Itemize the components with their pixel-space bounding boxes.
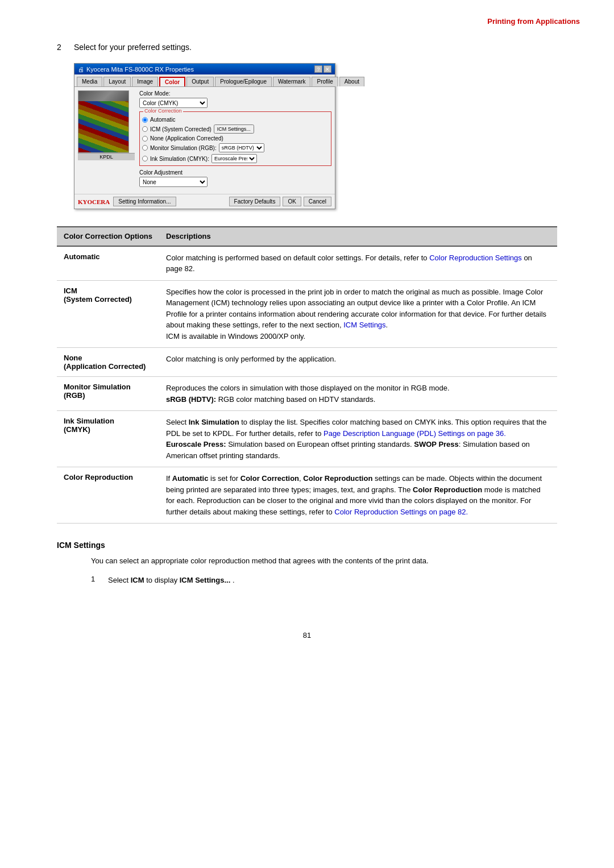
step-number-2: 2 [57, 43, 65, 52]
color-adjustment-label: Color Adjustment [139, 169, 331, 176]
cancel-button[interactable]: Cancel [304, 197, 331, 206]
radio-monitor: Monitor Simulation (RGB): sRGB (HDTV) [142, 143, 329, 152]
icm-settings-button[interactable]: ICM Settings... [214, 124, 254, 134]
kyocera-logo: KYOCERA [78, 198, 110, 205]
table-row: Monitor Simulation(RGB) Reproduces the c… [57, 377, 557, 411]
option-monitor-simulation: Monitor Simulation(RGB) [57, 377, 159, 411]
table-row: Automatic Color matching is performed ba… [57, 246, 557, 281]
dialog-titlebar-buttons: ? ✕ [314, 65, 331, 73]
radio-none: None (Application Corrected) [142, 135, 329, 142]
page-number: 81 [0, 631, 614, 651]
step-2-instruction: 2 Select for your preferred settings. [57, 43, 557, 52]
color-correction-options-table: Color Correction Options Descriptions Au… [57, 226, 557, 524]
radio-icm-input[interactable] [142, 126, 148, 132]
dialog-title-text: Kyocera Mita FS-8000C RX Properties [86, 66, 194, 73]
image-label: KPDL [78, 153, 135, 160]
dialog-right-panel: Color Mode: Color (CMYK) Color Correctio… [139, 90, 331, 190]
link-icm-settings[interactable]: ICM Settings [343, 321, 385, 329]
table-header-description: Descriptions [159, 227, 557, 246]
tab-media[interactable]: Media [77, 77, 102, 86]
icm-step-1-text: Select ICM to display ICM Settings... . [108, 575, 235, 586]
monitor-simulation-select[interactable]: sRGB (HDTV) [219, 143, 264, 152]
option-ink-simulation: Ink Simulation(CMYK) [57, 411, 159, 467]
printer-properties-dialog: 🖨 Kyocera Mita FS-8000C RX Properties ? … [74, 63, 335, 209]
setting-information-button[interactable]: Setting Information... [113, 197, 176, 206]
footer-buttons: Factory Defaults OK Cancel [229, 197, 331, 206]
color-correction-title: Color Correction [143, 108, 183, 114]
dialog-screenshot-container: 🖨 Kyocera Mita FS-8000C RX Properties ? … [74, 63, 557, 209]
table-row: Color Reproduction If Automatic is set f… [57, 467, 557, 524]
help-button[interactable]: ? [314, 65, 322, 73]
tab-about[interactable]: About [339, 77, 364, 86]
icm-paragraph: You can select an appropriate color repr… [91, 555, 557, 567]
table-header-option: Color Correction Options [57, 227, 159, 246]
radio-icm: ICM (System Corrected) ICM Settings... [142, 124, 329, 134]
radio-automatic: Automatic [142, 117, 329, 123]
radio-none-label: None (Application Corrected) [150, 135, 223, 142]
radio-icm-label: ICM (System Corrected) [150, 126, 211, 132]
desc-icm: Specifies how the color is processed in … [159, 280, 557, 348]
tab-output[interactable]: Output [186, 77, 214, 86]
ink-simulation-select[interactable]: Euroscale Press [211, 154, 257, 163]
color-correction-radio-group: Automatic ICM (System Corrected) ICM Set… [142, 117, 329, 163]
desc-monitor-simulation: Reproduces the colors in simulation with… [159, 377, 557, 411]
radio-automatic-label: Automatic [150, 117, 175, 123]
desc-automatic: Color matching is performed based on def… [159, 246, 557, 281]
dialog-footer: KYOCERA Setting Information... Factory D… [74, 194, 335, 209]
page-section-title: Printing from Applications [487, 17, 580, 26]
option-icm: ICM(System Corrected) [57, 280, 159, 348]
tab-color[interactable]: Color [159, 77, 185, 86]
color-adjustment-select[interactable]: None [139, 177, 208, 187]
ok-button[interactable]: OK [283, 197, 301, 206]
radio-ink: Ink Simulation (CMYK): Euroscale Press [142, 154, 329, 163]
icm-settings-section: ICM Settings You can select an appropria… [57, 541, 557, 585]
icm-step-1-number: 1 [91, 575, 99, 586]
factory-defaults-button[interactable]: Factory Defaults [229, 197, 281, 206]
page-header: Printing from Applications [0, 0, 614, 31]
icm-settings-title: ICM Settings [57, 541, 557, 550]
close-button[interactable]: ✕ [323, 65, 331, 73]
radio-none-input[interactable] [142, 136, 148, 142]
crayon-image [78, 101, 128, 152]
dialog-footer-left: KYOCERA Setting Information... [78, 197, 176, 206]
dialog-tabs: Media Layout Image Color Output Prologue… [74, 74, 335, 87]
radio-monitor-input[interactable] [142, 145, 148, 151]
tab-watermark[interactable]: Watermark [273, 77, 311, 86]
radio-ink-label: Ink Simulation (CMYK): [150, 156, 209, 162]
step-2-text: Select for your preferred settings. [74, 43, 192, 52]
radio-ink-input[interactable] [142, 156, 148, 161]
printer-icon: 🖨 [78, 66, 84, 73]
tab-prologue[interactable]: Prologue/Epilogue [215, 77, 272, 86]
color-correction-section: Color Correction Automatic ICM (System C… [139, 111, 331, 166]
link-pdl-settings[interactable]: Page Description Language (PDL) Settings… [323, 429, 506, 438]
table-row: None(Application Corrected) Color matchi… [57, 348, 557, 377]
desc-color-reproduction: If Automatic is set for Color Correction… [159, 467, 557, 524]
dialog-title: 🖨 Kyocera Mita FS-8000C RX Properties [78, 66, 194, 73]
option-automatic: Automatic [57, 246, 159, 281]
color-mode-label: Color Mode: [139, 90, 331, 97]
color-mode-group: Color Mode: Color (CMYK) [139, 90, 331, 108]
desc-none: Color matching is only performed by the … [159, 348, 557, 377]
table-row: ICM(System Corrected) Specifies how the … [57, 280, 557, 348]
radio-monitor-label: Monitor Simulation (RGB): [150, 145, 217, 151]
table-row: Ink Simulation(CMYK) Select Ink Simulati… [57, 411, 557, 467]
color-mode-select[interactable]: Color (CMYK) [139, 98, 208, 108]
preview-image [78, 90, 129, 153]
color-adjustment-group: Color Adjustment None [139, 169, 331, 187]
link-color-reproduction-settings-cr[interactable]: Color Reproduction Settings on page 82. [334, 508, 468, 516]
tab-image[interactable]: Image [132, 77, 158, 86]
desc-ink-simulation: Select Ink Simulation to display the lis… [159, 411, 557, 467]
option-none: None(Application Corrected) [57, 348, 159, 377]
option-color-reproduction: Color Reproduction [57, 467, 159, 524]
page-content: 2 Select for your preferred settings. 🖨 … [0, 31, 614, 608]
radio-automatic-input[interactable] [142, 117, 148, 123]
tab-layout[interactable]: Layout [103, 77, 131, 86]
icm-settings-body: You can select an appropriate color repr… [57, 555, 557, 585]
link-color-reproduction-settings-automatic[interactable]: Color Reproduction Settings [429, 254, 522, 262]
dialog-body: KPDL Color Mode: Color (CMYK) Color Corr… [74, 87, 335, 194]
icm-step-1: 1 Select ICM to display ICM Settings... … [91, 575, 557, 586]
dialog-left-panel: KPDL [78, 90, 135, 190]
tab-profile[interactable]: Profile [312, 77, 338, 86]
dialog-titlebar: 🖨 Kyocera Mita FS-8000C RX Properties ? … [74, 64, 335, 74]
